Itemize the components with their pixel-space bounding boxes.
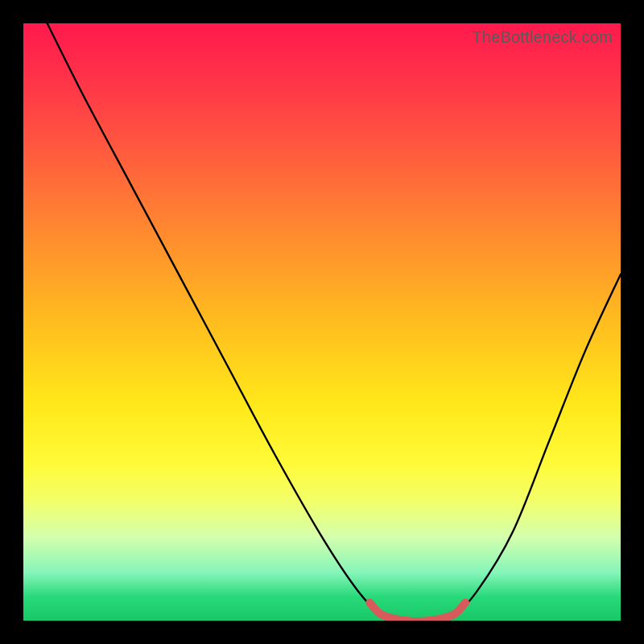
optimal-band-marker xyxy=(369,603,465,621)
bottleneck-curve xyxy=(47,23,621,621)
watermark-text: TheBottleneck.com xyxy=(472,28,613,47)
chart-frame: TheBottleneck.com xyxy=(0,0,644,644)
chart-svg xyxy=(23,23,621,621)
plot-area: TheBottleneck.com xyxy=(23,23,621,621)
